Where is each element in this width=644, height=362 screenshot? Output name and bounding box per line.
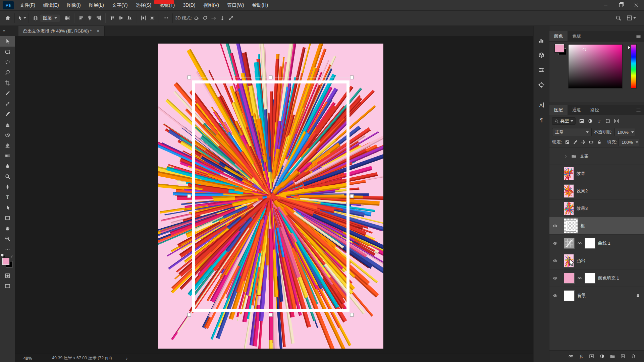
layer-visibility-eye-icon[interactable] bbox=[549, 287, 561, 304]
fill-select[interactable]: 100% bbox=[619, 138, 639, 146]
layer-row-效果3[interactable]: 效果3 bbox=[549, 200, 644, 217]
menu-item-5[interactable]: 文字(Y) bbox=[108, 2, 132, 8]
lock-all-button[interactable] bbox=[596, 139, 603, 145]
layer-thumbnail[interactable] bbox=[564, 254, 574, 267]
object-select-tool[interactable] bbox=[0, 67, 15, 78]
path-select-tool[interactable] bbox=[0, 202, 15, 213]
frame-layer-thumbnail[interactable] bbox=[564, 218, 578, 234]
rectangle-tool[interactable] bbox=[0, 213, 15, 223]
layer-name[interactable]: 效果3 bbox=[577, 205, 588, 212]
layer-name[interactable]: 曲线 1 bbox=[598, 240, 610, 246]
foreground-color-well[interactable] bbox=[2, 258, 9, 265]
document-tab[interactable]: 凸出立体海报 @ 48% (框, RGB/8) * × bbox=[18, 26, 105, 36]
3d-roll-button[interactable] bbox=[201, 13, 209, 23]
transform-handle[interactable] bbox=[187, 313, 191, 317]
layer-visibility-toggle-empty[interactable] bbox=[549, 182, 561, 199]
more-align-options-button[interactable] bbox=[161, 13, 170, 23]
layer-mask-thumbnail[interactable] bbox=[585, 238, 595, 249]
lock-artboard-button[interactable] bbox=[588, 139, 595, 145]
dodge-tool[interactable] bbox=[0, 171, 15, 182]
background-layer-thumbnail[interactable] bbox=[564, 290, 575, 301]
layer-row-背景[interactable]: 背景 bbox=[549, 287, 644, 304]
panel-menu-icon[interactable] bbox=[636, 105, 644, 115]
new-group-button[interactable] bbox=[609, 353, 616, 360]
layer-visibility-eye-icon[interactable] bbox=[549, 235, 561, 252]
layer-row-框[interactable]: 框 bbox=[549, 217, 644, 235]
align-left-button[interactable] bbox=[76, 13, 85, 23]
layer-row-效果[interactable]: 效果 bbox=[549, 165, 644, 182]
filter-shape-layers-button[interactable] bbox=[604, 117, 612, 125]
canvas-area[interactable] bbox=[15, 36, 533, 354]
eyedropper-tool[interactable] bbox=[0, 88, 15, 99]
menu-item-2[interactable]: 编辑(E) bbox=[39, 2, 63, 8]
saturation-brightness-square[interactable] bbox=[568, 44, 623, 88]
group-expand-caret-icon[interactable] bbox=[564, 154, 568, 158]
default-colors-icon[interactable] bbox=[1, 254, 5, 258]
transform-handle[interactable] bbox=[187, 194, 191, 198]
pen-tool[interactable] bbox=[0, 182, 15, 192]
layer-row-文案[interactable]: 文案 bbox=[549, 147, 644, 165]
tab-layers[interactable]: 图层 bbox=[549, 105, 568, 115]
eraser-tool[interactable] bbox=[0, 140, 15, 150]
filter-adjustment-layers-button[interactable] bbox=[586, 117, 594, 125]
layer-filter-select[interactable]: 类型 bbox=[552, 117, 576, 125]
menu-item-9[interactable]: 视图(V) bbox=[199, 2, 223, 8]
character-panel-button[interactable]: A bbox=[534, 98, 549, 112]
workspace-switcher[interactable] bbox=[627, 13, 636, 23]
distribute-v-button[interactable] bbox=[148, 13, 156, 23]
layer-name[interactable]: 框 bbox=[581, 223, 585, 229]
auto-select-target-select[interactable]: 图层 bbox=[40, 14, 60, 22]
transform-handle[interactable] bbox=[350, 76, 354, 79]
transform-bounding-box[interactable] bbox=[189, 77, 352, 315]
clone-stamp-tool[interactable] bbox=[0, 119, 15, 130]
layer-row-凸出[interactable]: 凸出 bbox=[549, 252, 644, 269]
hand-tool[interactable] bbox=[0, 223, 15, 234]
menu-item-4[interactable]: 图层(L) bbox=[85, 2, 108, 8]
align-bottom-button[interactable] bbox=[125, 13, 134, 23]
tab-color[interactable]: 颜色 bbox=[549, 31, 568, 41]
layer-mask-link-icon[interactable] bbox=[577, 276, 582, 281]
filter-pixel-layers-button[interactable] bbox=[578, 117, 586, 125]
layer-name[interactable]: 效果2 bbox=[577, 188, 588, 194]
brush-tool[interactable] bbox=[0, 109, 15, 119]
menu-item-3[interactable]: 图像(I) bbox=[63, 2, 85, 8]
layer-thumbnail[interactable] bbox=[564, 202, 574, 215]
panel-menu-icon[interactable] bbox=[636, 31, 644, 41]
show-transform-controls-toggle[interactable] bbox=[63, 13, 71, 23]
minimize-button[interactable] bbox=[598, 0, 613, 10]
zoom-level-field[interactable]: 48% bbox=[23, 356, 32, 361]
align-middle-v-button[interactable] bbox=[116, 13, 125, 23]
fill-layer-thumbnail[interactable] bbox=[564, 273, 575, 284]
type-tool[interactable]: T bbox=[0, 192, 15, 202]
link-layers-button[interactable] bbox=[568, 353, 574, 360]
swap-colors-icon[interactable] bbox=[10, 254, 14, 258]
auto-select-toggle[interactable] bbox=[31, 13, 40, 23]
layer-name[interactable]: 文案 bbox=[580, 153, 589, 159]
filter-type-layers-button[interactable]: T bbox=[595, 117, 603, 125]
crop-tool[interactable] bbox=[0, 78, 15, 88]
transform-handle[interactable] bbox=[187, 76, 191, 79]
menu-item-6[interactable]: 选择(S) bbox=[132, 2, 156, 8]
layer-visibility-toggle-empty[interactable] bbox=[549, 165, 561, 182]
menu-item-8[interactable]: 3D(D) bbox=[179, 2, 199, 8]
menu-item-1[interactable]: 文件(F) bbox=[16, 2, 39, 8]
transform-handle[interactable] bbox=[350, 313, 354, 317]
3d-slide-button[interactable] bbox=[218, 13, 227, 23]
quick-mask-button[interactable] bbox=[0, 270, 15, 281]
filter-smart-objects-button[interactable] bbox=[612, 117, 621, 125]
screen-mode-button[interactable] bbox=[0, 281, 15, 291]
add-layer-mask-button[interactable] bbox=[588, 353, 595, 360]
3d-scale-button[interactable] bbox=[227, 13, 235, 23]
transform-handle[interactable] bbox=[269, 76, 272, 79]
layer-row-曲线 1[interactable]: 曲线 1 bbox=[549, 235, 644, 252]
delete-layer-button[interactable] bbox=[630, 353, 637, 360]
tab-swatches[interactable]: 色板 bbox=[568, 31, 586, 41]
blend-mode-select[interactable]: 正常 bbox=[552, 128, 592, 136]
adjustments-panel-button[interactable] bbox=[534, 63, 549, 77]
opacity-select[interactable]: 100% bbox=[614, 128, 635, 136]
history-brush-tool[interactable] bbox=[0, 130, 15, 140]
color-cursor[interactable] bbox=[583, 48, 586, 51]
status-chevron-icon[interactable]: › bbox=[126, 356, 128, 361]
paragraph-panel-button[interactable]: ¶ bbox=[534, 112, 549, 127]
gradient-tool[interactable] bbox=[0, 150, 15, 161]
